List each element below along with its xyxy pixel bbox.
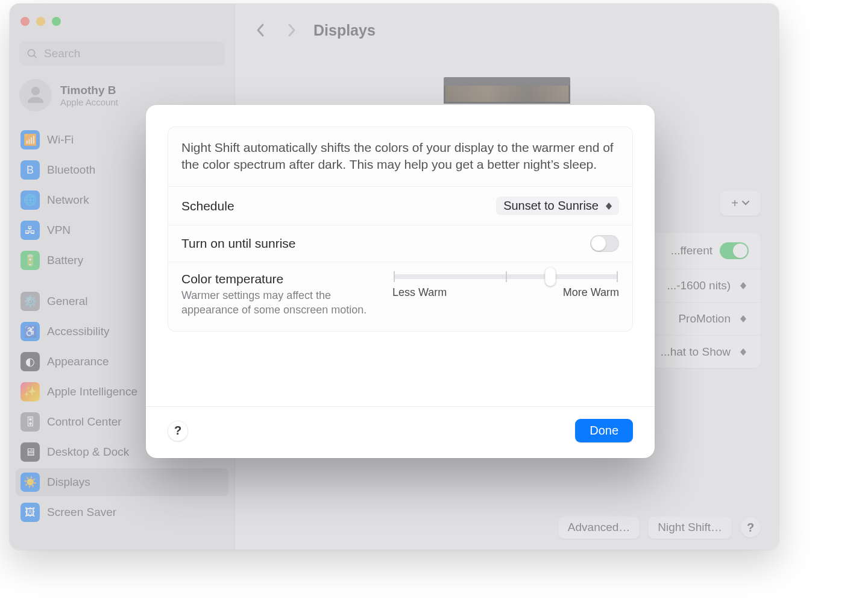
night-shift-sheet: Night Shift automatically shifts the col…	[146, 105, 655, 458]
schedule-popup[interactable]: Sunset to Sunrise	[496, 196, 619, 215]
sheet-help-button[interactable]: ?	[168, 421, 188, 441]
color-temperature-slider[interactable]	[394, 274, 618, 279]
night-shift-panel: Night Shift automatically shifts the col…	[168, 127, 633, 332]
turn-on-row: Turn on until sunrise	[168, 225, 632, 262]
slider-thumb[interactable]	[545, 267, 556, 286]
chevron-updown-icon	[603, 200, 614, 213]
sheet-footer: ? Done	[146, 406, 655, 458]
schedule-row: Schedule Sunset to Sunrise	[168, 187, 632, 225]
schedule-value: Sunset to Sunrise	[503, 199, 599, 213]
slider-tick	[506, 271, 507, 282]
color-temperature-row: Color temperature Warmer settings may af…	[168, 262, 632, 331]
slider-label-less-warm: Less Warm	[392, 286, 447, 299]
slider-label-more-warm: More Warm	[563, 286, 619, 299]
color-temperature-description: Warmer settings may affect the appearanc…	[181, 289, 374, 318]
turn-on-until-sunrise-toggle[interactable]	[590, 235, 619, 252]
slider-tick	[394, 271, 395, 282]
night-shift-explanation: Night Shift automatically shifts the col…	[168, 127, 632, 187]
turn-on-label: Turn on until sunrise	[181, 236, 295, 251]
color-temperature-label: Color temperature	[181, 272, 374, 286]
done-button[interactable]: Done	[575, 419, 633, 442]
schedule-label: Schedule	[181, 199, 234, 213]
slider-tick	[617, 271, 618, 282]
system-settings-window: Search Timothy B Apple Account 📶Wi-FiBBl…	[10, 4, 779, 550]
